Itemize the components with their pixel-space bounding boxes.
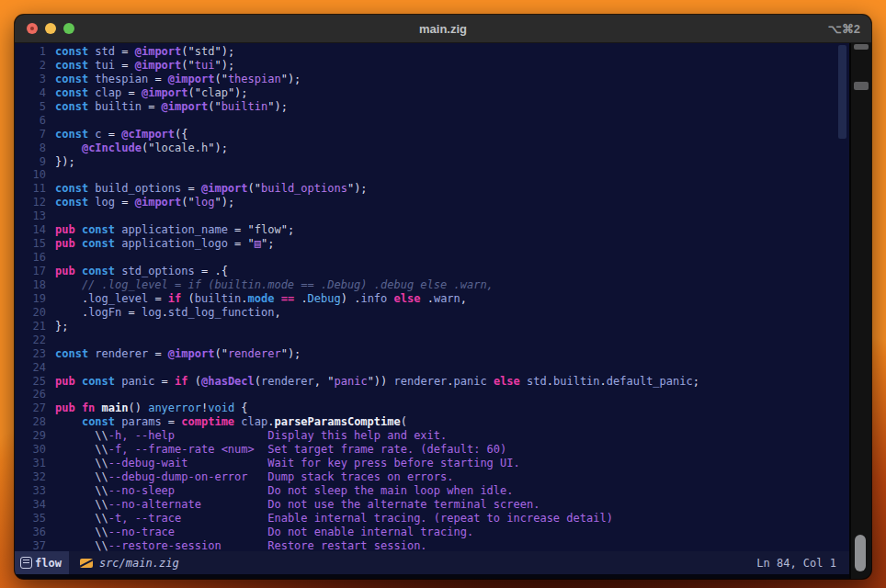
line-number: 2 (15, 59, 46, 73)
code-line: 30 \\-f, --frame-rate <num> Set target f… (15, 443, 849, 457)
line-number: 35 (15, 512, 46, 526)
code-line: 10 (15, 168, 849, 182)
code-line: 18 // .log_level = if (builtin.mode == .… (15, 278, 849, 292)
code-line: 16 (15, 251, 849, 265)
line-number: 27 (15, 401, 46, 415)
terminal-scrollbar-mark (854, 82, 869, 90)
code-line: 19 .log_level = if (builtin.mode == .Deb… (15, 292, 849, 306)
cursor-position-label: Ln 84, Col 1 (756, 557, 836, 570)
code-line: 29 \\-h, --help Display this help and ex… (15, 429, 849, 443)
line-number: 37 (15, 539, 46, 551)
window-title: main.zig (15, 22, 871, 36)
line-number: 14 (15, 223, 46, 237)
line-number: 26 (15, 388, 46, 401)
line-number: 13 (15, 209, 46, 223)
terminal-scrollbar-track[interactable] (849, 43, 871, 579)
line-number: 11 (15, 182, 46, 196)
code-line: 23const renderer = @import("renderer"); (15, 347, 849, 361)
line-number: 5 (15, 100, 46, 114)
desktop-background: main.zig ⌥⌘2 1const std = @import("std")… (0, 0, 886, 588)
code-line: 11const build_options = @import("build_o… (15, 182, 849, 196)
line-number: 16 (15, 251, 46, 265)
code-line: 12const log = @import("log"); (15, 196, 849, 209)
zoom-button[interactable] (63, 23, 74, 34)
terminal-scrollbar-mark-top (854, 44, 869, 50)
app-menu-button[interactable]: flow (15, 551, 69, 574)
code-line: 14pub const application_name = "flow"; (15, 223, 849, 237)
code-line: 20 .logFn = log.std_log_function, (15, 306, 849, 320)
line-number: 36 (15, 526, 46, 539)
code-line: 32 \\--debug-dump-on-error Dump stack tr… (15, 470, 849, 484)
code-line: 21}; (15, 320, 849, 334)
window-shortcut-badge: ⌥⌘2 (828, 22, 860, 36)
code-line: 5const builtin = @import("builtin"); (15, 100, 849, 114)
line-number: 24 (15, 361, 46, 375)
window-titlebar[interactable]: main.zig ⌥⌘2 (15, 15, 871, 43)
line-number: 10 (15, 168, 46, 182)
code-line: 24 (15, 361, 849, 375)
status-bar: flow src/main.zig Ln 84, Col 1 (15, 551, 849, 574)
window-bottom-edge (15, 574, 849, 579)
line-number: 31 (15, 457, 46, 470)
line-number: 18 (15, 278, 46, 292)
line-number: 33 (15, 484, 46, 498)
terminal-window: main.zig ⌥⌘2 1const std = @import("std")… (15, 15, 871, 579)
line-number: 6 (15, 114, 46, 128)
file-modified-icon (80, 559, 93, 568)
close-button[interactable] (27, 23, 38, 34)
line-number: 7 (15, 128, 46, 141)
code-editor[interactable]: 1const std = @import("std");2const tui =… (15, 43, 849, 551)
code-line: 6 (15, 114, 849, 128)
code-line: 34 \\--no-alternate Do not use the alter… (15, 498, 849, 512)
code-line: 26 (15, 388, 849, 401)
code-line: 35 \\-t, --trace Enable internal tracing… (15, 512, 849, 526)
line-number: 19 (15, 292, 46, 306)
line-number: 34 (15, 498, 46, 512)
line-number: 17 (15, 265, 46, 278)
line-number: 8 (15, 141, 46, 155)
code-line: 15pub const application_logo = "▤"; (15, 237, 849, 251)
code-line: 17pub const std_options = .{ (15, 265, 849, 278)
file-path-label: src/main.zig (99, 557, 179, 570)
code-line: 1const std = @import("std"); (15, 45, 849, 59)
code-line: 25pub const panic = if (@hasDecl(rendere… (15, 375, 849, 389)
code-line: 4const clap = @import("clap"); (15, 86, 849, 100)
code-line: 22 (15, 334, 849, 347)
code-line: 27pub fn main() anyerror!void { (15, 401, 849, 415)
line-number: 4 (15, 86, 46, 100)
code-line: 7const c = @cImport({ (15, 128, 849, 141)
line-number: 20 (15, 306, 46, 320)
code-line: 9}); (15, 155, 849, 169)
line-number: 22 (15, 334, 46, 347)
code-line: 31 \\--debug-wait Wait for key press bef… (15, 457, 849, 470)
code-line: 2const tui = @import("tui"); (15, 59, 849, 73)
line-number: 29 (15, 429, 46, 443)
terminal-scrollbar-thumb[interactable] (855, 535, 866, 571)
line-number: 32 (15, 470, 46, 484)
flow-logo-icon (20, 557, 32, 569)
line-number: 12 (15, 196, 46, 209)
editor-scrollbar-thumb[interactable] (838, 45, 846, 139)
line-number: 21 (15, 320, 46, 334)
line-number: 3 (15, 73, 46, 86)
line-number: 9 (15, 155, 46, 169)
code-line: 8 @cInclude("locale.h"); (15, 141, 849, 155)
traffic-lights (27, 23, 74, 34)
code-line: 13 (15, 209, 849, 223)
code-line: 3const thespian = @import("thespian"); (15, 73, 849, 86)
code-line: 28 const params = comptime clap.parsePar… (15, 415, 849, 429)
minimize-button[interactable] (45, 23, 56, 34)
line-number: 23 (15, 347, 46, 361)
code-line: 33 \\--no-sleep Do not sleep the main lo… (15, 484, 849, 498)
code-line: 36 \\--no-trace Do not enable internal t… (15, 526, 849, 539)
line-number: 30 (15, 443, 46, 457)
line-number: 1 (15, 45, 46, 59)
line-number: 28 (15, 415, 46, 429)
code-lines: 1const std = @import("std");2const tui =… (15, 45, 849, 551)
code-line: 37 \\--restore-session Restore restart s… (15, 539, 849, 551)
app-name-label: flow (35, 557, 62, 570)
line-number: 15 (15, 237, 46, 251)
line-number: 25 (15, 375, 46, 389)
